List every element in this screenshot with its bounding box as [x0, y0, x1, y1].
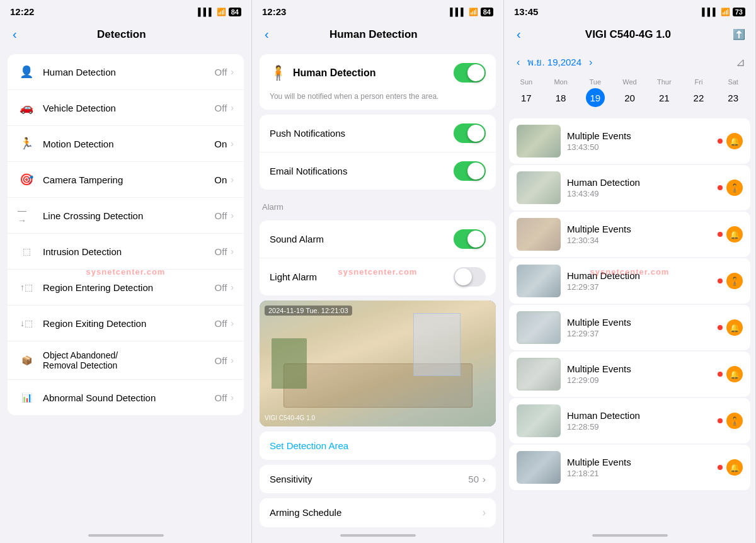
chevron-human: › [231, 67, 234, 77]
week-day-thur[interactable]: Thur 21 [647, 78, 682, 107]
event-indicators-1: 🧍 [718, 180, 743, 196]
week-day-sun[interactable]: Sun 17 [509, 78, 544, 107]
arming-row[interactable]: Arming Schedule › [260, 498, 496, 527]
day-num-sat: 23 [724, 88, 743, 107]
event-name-1: Human Detection [567, 177, 711, 188]
sensitivity-chevron: › [483, 474, 486, 484]
share-icon[interactable]: ⬆️ [733, 28, 745, 40]
week-day-sat[interactable]: Sat 23 [716, 78, 750, 107]
event-thumb-0 [517, 125, 561, 157]
light-alarm-row[interactable]: Light Alarm [260, 258, 496, 295]
region-enter-icon: ↑⬚ [18, 278, 35, 296]
detection-scroll[interactable]: 👤 Human Detection Off › 🚗 Vehicle Detect… [0, 49, 251, 530]
event-indicators-0: 🔔 [718, 133, 743, 149]
det-item-intrusion[interactable]: ⬚ Intrusion Detection Off › [8, 234, 244, 270]
det-item-object[interactable]: 📦 Object Abandoned/Removal Detection Off… [8, 341, 244, 380]
det-item-human[interactable]: 👤 Human Detection Off › [8, 54, 244, 90]
arming-card: Arming Schedule › [260, 498, 496, 527]
event-thumb-3 [517, 265, 561, 297]
event-item-7[interactable]: Multiple Events 12:18:21 🔔 [509, 445, 750, 490]
status-icons-2: ▌▌▌ 📶 84 [450, 8, 493, 16]
det-item-region-exit[interactable]: ↓⬚ Region Exiting Detection Off › [8, 306, 244, 341]
push-notif-row[interactable]: Push Notifications [260, 115, 496, 152]
bell-badge-5: 🔔 [726, 366, 743, 382]
event-thumb-4 [517, 311, 561, 344]
filter-icon[interactable]: ⊿ [736, 55, 745, 69]
week-day-tue[interactable]: Tue 19 [578, 78, 612, 107]
vehicle-icon: 🚗 [18, 99, 35, 117]
main-toggle-card: 🧍 Human Detection You will be notified w… [260, 54, 496, 110]
event-time-1: 13:43:49 [567, 189, 711, 198]
set-detection-area-btn[interactable]: Set Detection Area [260, 432, 496, 460]
battery-1: 84 [229, 8, 241, 16]
email-notif-row[interactable]: Email Notifications [260, 152, 496, 190]
sound-icon: 📊 [18, 389, 35, 406]
week-day-wed[interactable]: Wed 20 [612, 78, 647, 107]
det-label-object: Object Abandoned/Removal Detection [43, 350, 215, 370]
det-value-motion: On [214, 139, 227, 149]
det-item-line[interactable]: — → Line Crossing Detection Off › [8, 198, 244, 234]
det-value-vehicle: Off [215, 103, 227, 113]
det-item-sound[interactable]: 📊 Abnormal Sound Detection Off › [8, 380, 244, 415]
date-nav-bar: ‹ พ.ย. 19,2024 › ⊿ [504, 49, 755, 76]
day-name-fri: Fri [695, 78, 703, 86]
light-alarm-toggle[interactable] [454, 267, 486, 287]
back-button-2[interactable]: ‹ [262, 25, 272, 44]
battery-3: 73 [733, 8, 745, 16]
event-item-6[interactable]: Human Detection 12:28:59 🧍 [509, 398, 750, 443]
hd-title: Human Detection [293, 67, 376, 79]
det-item-vehicle[interactable]: 🚗 Vehicle Detection Off › [8, 90, 244, 126]
chevron-tampering: › [231, 174, 234, 185]
event-name-2: Multiple Events [567, 224, 711, 234]
day-name-sun: Sun [520, 78, 533, 86]
sound-alarm-toggle[interactable] [454, 229, 486, 249]
det-item-motion[interactable]: 🏃 Motion Detection On › [8, 126, 244, 162]
week-day-fri[interactable]: Fri 22 [682, 78, 716, 107]
bell-badge-1: 🧍 [726, 180, 743, 196]
set-detection-card: Set Detection Area [260, 432, 496, 460]
date-next-arrow[interactable]: › [587, 54, 595, 71]
email-toggle[interactable] [454, 161, 486, 181]
email-label: Email Notifications [270, 166, 347, 176]
det-label-region-exit: Region Exiting Detection [43, 318, 215, 329]
event-item-0[interactable]: Multiple Events 13:43:50 🔔 [509, 118, 750, 164]
events-list[interactable]: Multiple Events 13:43:50 🔔 Human Detecti… [504, 112, 755, 530]
signal-icon-3: ▌▌▌ [702, 8, 718, 16]
back-button-1[interactable]: ‹ [10, 25, 20, 44]
event-item-2[interactable]: Multiple Events 12:30:34 🔔 [509, 212, 750, 257]
event-item-1[interactable]: Human Detection 13:43:49 🧍 [509, 165, 750, 210]
sensitivity-value: 50 [468, 474, 479, 484]
week-day-mon[interactable]: Mon 18 [544, 78, 578, 107]
event-time-4: 12:29:37 [567, 329, 711, 338]
human-icon: 👤 [18, 63, 35, 81]
event-name-3: Human Detection [567, 270, 711, 281]
chevron-region-enter: › [231, 282, 234, 292]
red-dot-0 [718, 139, 723, 144]
event-name-7: Multiple Events [567, 457, 711, 467]
det-label-vehicle: Vehicle Detection [43, 103, 215, 113]
tampering-icon: 🎯 [18, 171, 35, 188]
arming-chevron: › [483, 507, 486, 518]
event-item-3[interactable]: Human Detection 12:29:37 🧍 [509, 258, 750, 304]
hd-scroll[interactable]: 🧍 Human Detection You will be notified w… [252, 49, 503, 530]
back-button-3[interactable]: ‹ [514, 25, 524, 44]
event-info-6: Human Detection 12:28:59 [567, 410, 711, 432]
sensitivity-row[interactable]: Sensitivity 50 › [260, 465, 496, 493]
event-name-4: Multiple Events [567, 317, 711, 328]
date-label[interactable]: พ.ย. 19,2024 [527, 55, 581, 70]
sound-alarm-row[interactable]: Sound Alarm [260, 220, 496, 258]
status-bar-1: 12:22 ▌▌▌ 📶 84 [0, 0, 251, 20]
event-item-5[interactable]: Multiple Events 12:29:09 🔔 [509, 352, 750, 397]
push-toggle[interactable] [454, 123, 486, 143]
det-item-tampering[interactable]: 🎯 Camera Tampering On › [8, 162, 244, 198]
det-item-region-enter[interactable]: ↑⬚ Region Entering Detection Off › [8, 270, 244, 306]
day-name-sat: Sat [728, 78, 738, 86]
event-info-7: Multiple Events 12:18:21 [567, 457, 711, 478]
time-1: 12:22 [10, 6, 34, 17]
event-item-4[interactable]: Multiple Events 12:29:37 🔔 [509, 305, 750, 350]
main-toggle[interactable] [454, 63, 486, 83]
hd-subtitle: You will be notified when a person enter… [260, 91, 496, 110]
date-prev-arrow[interactable]: ‹ [514, 54, 522, 71]
panel-human-detection: 12:23 ▌▌▌ 📶 84 ‹ Human Detection 🧍 Human… [252, 0, 504, 543]
event-info-2: Multiple Events 12:30:34 [567, 224, 711, 245]
